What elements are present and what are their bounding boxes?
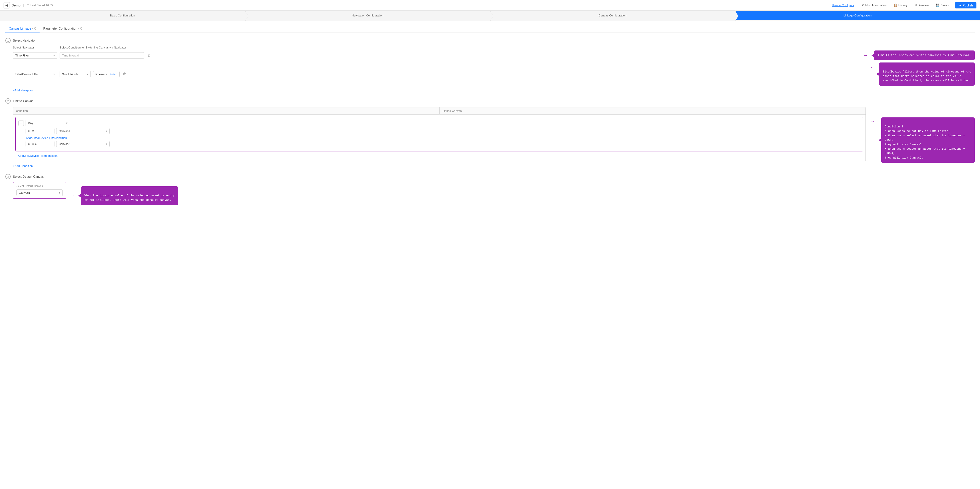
chevron-down-icon: ▾ [53,54,55,57]
add-condition-link[interactable]: +Add Condition [13,164,33,168]
save-status: ⏱ Last Saved 16:35 [27,3,53,7]
default-canvas-area: Select Default Canvas Canvas1 ▾ → When t… [13,182,975,205]
navigator-row-1: Time Filter ▾ Time Interval 🗑 → Time Fil… [13,51,975,60]
navigator-col-header: Select Navigator [13,46,57,49]
condition-block-1: − Day ▾ UTC+8 [15,117,863,151]
section1-header: 1 Select Navigator [5,38,975,43]
step-number-1: 1 [5,38,11,43]
tab-parameter-configuration[interactable]: Parameter Configuration ? [40,25,86,32]
tab-canvas-linkage[interactable]: Canvas Linkage ? [5,25,40,32]
chevron-down-icon-2: ▾ [53,73,55,76]
section2-content-area: condition Linked Canvas − [13,106,975,168]
history-btn[interactable]: 📋 History [892,3,909,8]
navigator-select-1[interactable]: Time Filter ▾ [13,52,57,59]
canvas-select-2[interactable]: Canvas2 ▾ [56,141,110,147]
add-filter-condition-2[interactable]: +AddSite&Device Filtercondition [16,154,57,158]
step-number-3: 3 [5,174,11,179]
clock-icon: ⏱ [27,3,30,7]
arrow-icon-4: → [70,193,75,199]
switch-button[interactable]: Switch [109,73,117,76]
save-btn[interactable]: 💾 Save ▾ [934,3,951,8]
section2-tooltip-area: → Condition 1: • When users select Day i… [870,106,975,163]
publish-information-btn[interactable]: ℹ Publish Information [858,3,888,8]
filter-row-2: UTC-4 Canvas2 ▾ [25,141,860,147]
history-icon: 📋 [894,3,897,7]
section-select-navigator: 1 Select Navigator Select Navigator Sele… [5,38,975,92]
header-right: How to Configure ℹ Publish Information 📋… [832,2,977,8]
minus-button[interactable]: − [19,121,24,126]
filter-row-1: UTC+8 Canvas1 ▾ [25,128,860,134]
canvas-table-header: condition Linked Canvas [13,107,865,115]
navigator-row-2: Site&Device Filter ▾ Site Attribute ▾ ti… [13,62,975,86]
chevron-down-icon-3: ▾ [87,73,88,76]
canvas-table-area: condition Linked Canvas − [13,106,866,168]
add-filter-1-area: +AddSite&Device Filtercondition [25,135,860,140]
navigator-area: Select Navigator Select Condition for Sw… [13,46,975,92]
tooltip-condition1: Condition 1: • When users select Day in … [881,118,975,163]
chevron-down-icon-7: ▾ [59,191,60,194]
chevron-down-icon-6: ▾ [106,142,107,146]
default-canvas-row: Select Default Canvas Canvas1 ▾ → When t… [13,182,975,205]
section3-title: Select Default Canvas [13,175,44,178]
step-canvas-configuration[interactable]: Canvas Configuration [490,11,735,20]
navigator-select-2[interactable]: Site&Device Filter ▾ [13,71,57,77]
delete-navigator-1[interactable]: 🗑 [146,53,152,58]
header-divider: | [23,3,24,7]
arrow-icon-1: → [863,53,868,58]
step-number-2: 2 [5,98,11,104]
parameter-config-help-icon[interactable]: ? [78,27,82,30]
publish-icon: ➤ [959,3,961,7]
steps-bar: Basic Configuration Navigation Configura… [0,11,980,21]
how-to-configure-link[interactable]: How to Configure [832,3,854,7]
save-icon: 💾 [936,3,939,7]
condition-select-2[interactable]: Site Attribute ▾ [60,71,91,77]
default-canvas-select[interactable]: Canvas1 ▾ [16,190,63,196]
app-title: Demo [11,3,21,7]
default-canvas-box: Select Default Canvas Canvas1 ▾ [13,182,66,199]
save-dropdown-icon: ▾ [948,3,950,7]
header: ◀ Demo | ⏱ Last Saved 16:35 How to Confi… [0,0,980,11]
timezone-input-1[interactable]: UTC+8 [25,128,54,134]
default-canvas-tooltip-area: → When the timezone value of the selecte… [70,186,178,205]
step-navigation-configuration[interactable]: Navigation Configuration [245,11,490,20]
navigator-col-headers: Select Navigator Select Condition for Sw… [13,46,975,49]
table-body: − Day ▾ UTC+8 [13,115,865,161]
canvas-select-1[interactable]: Canvas1 ▾ [56,128,110,134]
add-filter-condition-1[interactable]: +AddSite&Device Filtercondition [25,136,67,140]
delete-navigator-2[interactable]: 🗑 [122,71,127,77]
condition-day-row: − Day ▾ [19,120,860,126]
timezone-input-2[interactable]: UTC-4 [25,141,54,147]
tabs-bar: Canvas Linkage ? Parameter Configuration… [5,25,975,32]
step-basic-configuration[interactable]: Basic Configuration [0,11,245,20]
section1-title: Select Navigator [13,39,36,42]
time-condition-select[interactable]: Day ▾ [25,120,70,126]
timezone-value-input[interactable]: timezone Switch [93,71,119,77]
header-left: ◀ Demo | ⏱ Last Saved 16:35 [3,2,832,8]
step-linkage-configuration[interactable]: Linkage Configuration [735,11,980,20]
tooltip-default-canvas: When the timezone value of the selected … [81,186,178,205]
add-condition-area: +Add Condition [13,164,866,168]
section2-title: Link to Canvas [13,99,33,103]
tooltip-1: Time Filter: Users can switch canvases b… [874,51,975,60]
add-filter-2-area: +AddSite&Device Filtercondition [16,153,863,158]
condition-col-header: Select Condition for Switching Canvas vi… [60,46,126,49]
section3-header: 3 Select Default Canvas [5,174,975,179]
default-canvas-label: Select Default Canvas [16,185,63,188]
condition-col: condition [13,107,439,114]
canvas-table: condition Linked Canvas − [13,107,866,161]
eye-icon: 👁 [915,3,917,7]
canvas-linkage-help-icon[interactable]: ? [32,27,36,30]
chevron-down-icon-5: ▾ [106,129,107,133]
back-icon: ◀ [5,3,8,7]
preview-btn[interactable]: 👁 Preview [913,3,931,8]
section-default-canvas: 3 Select Default Canvas Select Default C… [5,174,975,205]
publish-button[interactable]: ➤ Publish [955,2,977,8]
add-navigator-link[interactable]: +Add Navigator [13,89,33,92]
section2-header: 2 Link to Canvas [5,98,975,104]
chevron-down-icon-4: ▾ [66,121,68,125]
back-button[interactable]: ◀ [3,2,10,8]
main-content: Canvas Linkage ? Parameter Configuration… [0,21,980,216]
condition-input-1[interactable]: Time Interval [60,52,144,59]
section2-flex: condition Linked Canvas − [13,106,975,168]
arrow-icon-2: → [868,64,873,70]
